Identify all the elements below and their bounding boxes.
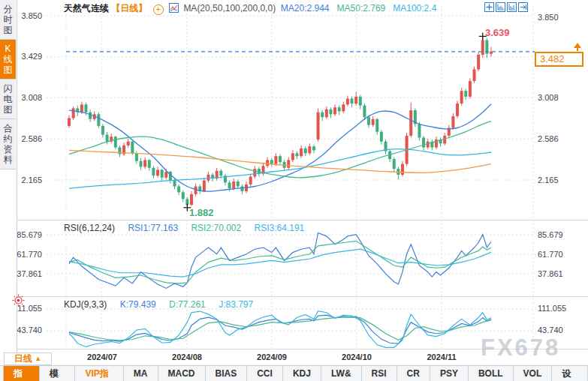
toolbar-vol[interactable]: VOL <box>514 366 553 381</box>
rsi-axis-label: 37.861 <box>538 269 572 278</box>
zoom-in-chart-icon[interactable] <box>496 2 505 12</box>
pan-right-icon[interactable] <box>518 2 528 12</box>
sidebar-tab-flash-chart[interactable]: 闪电图 <box>0 80 16 119</box>
toolbar-psy[interactable]: PSY <box>430 366 469 381</box>
fit-chart-icon[interactable] <box>484 2 494 12</box>
y-axis-label: 2.586 <box>538 134 572 143</box>
kdj-d-value: D:77.261 <box>169 299 206 310</box>
rsi-title: RSI(6,12,24) <box>64 223 115 233</box>
toolbar-bias[interactable]: BIAS <box>206 366 248 381</box>
watermark: FX678 <box>481 334 560 362</box>
pane-divider <box>17 296 588 297</box>
period-tag[interactable]: 【日线】 <box>111 3 147 14</box>
left-sidebar: 分时图K线图闪电图合约资料 <box>0 0 17 365</box>
hot-indicator-icon[interactable] <box>12 294 25 310</box>
kdj-j-value: J:83.797 <box>219 299 253 310</box>
rsi-header: RSI(6,12,24) RSI1:77.163 RSI2:70.002 RSI… <box>64 223 315 233</box>
rsi1-value: RSI1:77.163 <box>128 223 178 233</box>
toolbar-indicators[interactable]: 指标 <box>3 366 40 381</box>
chart-header: 天然气连续 【日线】 + MA(20,50,100,200,0,0) MA20:… <box>64 2 436 15</box>
period-dropdown-label: 日线 <box>14 353 32 364</box>
toolbar-ma[interactable]: MA <box>124 366 158 381</box>
x-axis-date: 2024/07 <box>80 352 125 362</box>
ma100-value: MA100:2.4 <box>393 3 436 14</box>
toolbar-settings[interactable]: 设置 <box>552 366 588 381</box>
toolbar-cci[interactable]: CCI <box>247 366 283 381</box>
kdj-title: KDJ(9,3,3) <box>64 299 107 310</box>
kdj-axis-label: 111.055 <box>538 304 572 313</box>
x-axis-date: 2024/10 <box>334 352 379 362</box>
rsi2-value: RSI2:70.002 <box>191 223 241 233</box>
toolbar-rsi[interactable]: RSI <box>362 366 397 381</box>
rsi-axis-label: 61.770 <box>538 250 572 259</box>
add-indicator-icon[interactable]: + <box>153 4 164 15</box>
x-axis-date: 2024/08 <box>164 352 210 362</box>
last-price-tag: 3.482 <box>535 52 583 67</box>
toolbar-cr[interactable]: CR <box>397 366 430 381</box>
toolbar-boll[interactable]: BOLL <box>469 366 514 381</box>
y-axis-label: 3.850 <box>538 13 572 22</box>
toolbar-macd[interactable]: MACD <box>158 366 206 381</box>
toolbar-kdj[interactable]: KDJ <box>283 366 321 381</box>
ma20-value: MA20:2.944 <box>281 3 330 14</box>
trading-app-window: { "header": { "symbol": "天然气连续", "period… <box>0 0 588 381</box>
kdj-k-value: K:79.439 <box>120 299 156 310</box>
ma50-value: MA50:2.769 <box>337 3 386 14</box>
indicator-toolbar: 指标模板VIP指标MAMACDBIASCCIKDJLW&RSICRPSYBOLL… <box>0 365 588 381</box>
y-axis-label: 3.008 <box>538 93 572 102</box>
rsi3-value: RSI3:64.191 <box>255 223 305 233</box>
low-price-label: 1.882 <box>189 207 214 218</box>
chevron-up-icon: ▲ <box>35 355 41 362</box>
sidebar-tab-kline-chart[interactable]: K线图 <box>0 40 16 80</box>
pane-divider <box>17 220 588 220</box>
period-dropdown-button[interactable]: 日线 ▲ <box>4 352 52 365</box>
toolbar-vip-indicators[interactable]: VIP指标 <box>75 366 123 381</box>
rsi-axis-label: 85.679 <box>538 230 572 239</box>
toolbar-lwr[interactable]: LW& <box>321 366 362 381</box>
sidebar-tab-contract-info[interactable]: 合约资料 <box>0 119 16 170</box>
chart-style-icon[interactable] <box>169 3 179 13</box>
sidebar-tab-time-chart[interactable]: 分时图 <box>0 0 16 40</box>
y-axis-label: 2.165 <box>538 176 572 184</box>
price-up-arrow-icon <box>577 47 578 51</box>
kdj-header: KDJ(9,3,3) K:79.439 D:77.261 J:83.797 <box>64 299 264 310</box>
zoom-out-chart-icon[interactable] <box>507 2 517 12</box>
chart-canvas[interactable] <box>0 0 588 381</box>
kdj-axis-label: 43.740 <box>538 326 572 334</box>
x-axis-date: 2024/09 <box>249 352 294 362</box>
symbol-name: 天然气连续 <box>64 3 109 14</box>
x-axis-date: 2024/11 <box>419 352 464 362</box>
toolbar-templates[interactable]: 模板 <box>40 366 76 381</box>
high-price-label: 3.639 <box>485 27 510 38</box>
ma-params-label: MA(20,50,100,200,0,0) <box>183 3 276 14</box>
chart-toolbar-icons <box>484 2 528 12</box>
